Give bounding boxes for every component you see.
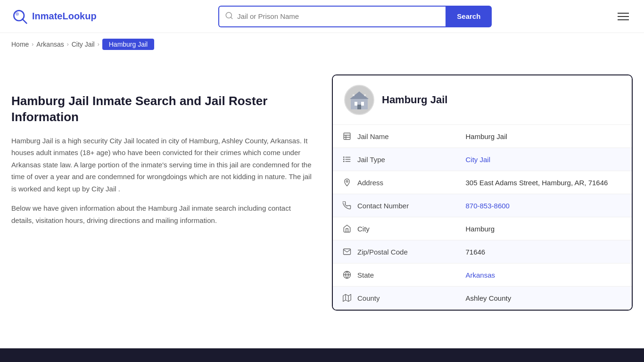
- label-state: State: [357, 271, 374, 279]
- breadcrumb-sep-3: ›: [98, 41, 99, 48]
- table-row: Address 305 East Adams Street, Hamburg, …: [333, 171, 632, 194]
- state-link[interactable]: Arkansas: [466, 271, 495, 279]
- page-heading: Hamburg Jail Inmate Search and Jail Rost…: [11, 93, 313, 125]
- label-county: County: [357, 294, 380, 302]
- table-row: State Arkansas: [333, 263, 632, 287]
- card-title: Hamburg Jail: [382, 94, 447, 106]
- description-paragraph-2: Below we have given information about th…: [11, 202, 313, 226]
- svg-rect-10: [353, 94, 355, 96]
- menu-button[interactable]: [614, 9, 633, 24]
- globe-icon: [342, 270, 352, 280]
- main-content: Hamburg Jail Inmate Search and Jail Rost…: [0, 56, 644, 329]
- jail-building-icon: [348, 89, 371, 111]
- description-paragraph-1: Hamburg Jail is a high security City Jai…: [11, 135, 313, 195]
- table-row: City Hamburg: [333, 217, 632, 240]
- svg-rect-7: [355, 102, 357, 106]
- label-city: City: [357, 225, 370, 233]
- svg-rect-9: [357, 105, 361, 109]
- mail-icon: [342, 247, 352, 256]
- table-row: County Ashley County: [333, 287, 632, 310]
- breadcrumb: Home › Arkansas › City Jail › Hamburg Ja…: [0, 33, 644, 56]
- hamburger-line-1: [618, 13, 629, 14]
- value-jail-type[interactable]: City Jail: [456, 148, 632, 171]
- left-panel: Hamburg Jail Inmate Search and Jail Rost…: [11, 74, 313, 311]
- search-input[interactable]: [237, 12, 440, 20]
- building-icon: [342, 132, 352, 141]
- breadcrumb-home[interactable]: Home: [11, 41, 29, 48]
- jail-info-card: Hamburg Jail Jail Name Hamburg Jail: [332, 74, 633, 311]
- location-icon: [342, 178, 352, 187]
- label-contact-number: Contact Number: [357, 202, 409, 210]
- breadcrumb-sep-1: ›: [32, 41, 33, 48]
- svg-rect-11: [364, 94, 366, 96]
- hamburger-line-3: [618, 19, 629, 20]
- svg-point-20: [344, 159, 345, 160]
- svg-rect-8: [361, 102, 364, 106]
- svg-point-2: [16, 12, 19, 16]
- search-input-wrapper: [218, 6, 446, 27]
- search-icon: [225, 11, 233, 22]
- breadcrumb-arkansas[interactable]: Arkansas: [36, 41, 64, 48]
- footer-bar: [0, 348, 644, 362]
- label-zip: Zip/Postal Code: [357, 248, 408, 256]
- phone-link[interactable]: 870-853-8600: [466, 202, 510, 210]
- value-jail-name: Hamburg Jail: [456, 125, 632, 148]
- svg-line-4: [231, 17, 232, 18]
- info-table: Jail Name Hamburg Jail Jail Type: [333, 125, 632, 310]
- list-icon: [342, 155, 352, 164]
- label-jail-name: Jail Name: [357, 132, 389, 140]
- search-button[interactable]: Search: [446, 6, 492, 27]
- svg-rect-12: [344, 133, 350, 140]
- svg-line-1: [22, 19, 26, 23]
- card-header: Hamburg Jail: [333, 75, 632, 125]
- breadcrumb-current: Hamburg Jail: [102, 39, 154, 50]
- label-jail-type: Jail Type: [357, 156, 385, 164]
- table-row: Jail Name Hamburg Jail: [333, 125, 632, 148]
- svg-point-19: [344, 157, 345, 158]
- search-bar: Search: [218, 6, 492, 27]
- table-row: Zip/Postal Code 71646: [333, 240, 632, 263]
- city-icon: [342, 224, 352, 233]
- value-contact-number[interactable]: 870-853-8600: [456, 194, 632, 217]
- header: InmateLookup Search: [0, 0, 644, 33]
- svg-point-22: [346, 181, 348, 182]
- label-address: Address: [357, 179, 383, 187]
- breadcrumb-city-jail[interactable]: City Jail: [72, 41, 95, 48]
- hamburger-line-2: [618, 16, 629, 17]
- logo-icon: [11, 8, 28, 25]
- value-state[interactable]: Arkansas: [456, 263, 632, 287]
- value-county: Ashley County: [456, 287, 632, 310]
- table-row: Contact Number 870-853-8600: [333, 194, 632, 217]
- jail-avatar: [344, 85, 374, 115]
- map-icon: [342, 293, 352, 303]
- value-zip: 71646: [456, 240, 632, 263]
- jail-type-link[interactable]: City Jail: [466, 156, 491, 164]
- svg-marker-25: [343, 295, 351, 302]
- phone-icon: [342, 201, 352, 210]
- value-address: 305 East Adams Street, Hamburg, AR, 7164…: [456, 171, 632, 194]
- logo[interactable]: InmateLookup: [11, 8, 97, 25]
- value-city: Hamburg: [456, 217, 632, 240]
- logo-text: InmateLookup: [32, 11, 97, 22]
- table-row: Jail Type City Jail: [333, 148, 632, 171]
- svg-point-21: [344, 161, 345, 162]
- breadcrumb-sep-2: ›: [67, 41, 69, 48]
